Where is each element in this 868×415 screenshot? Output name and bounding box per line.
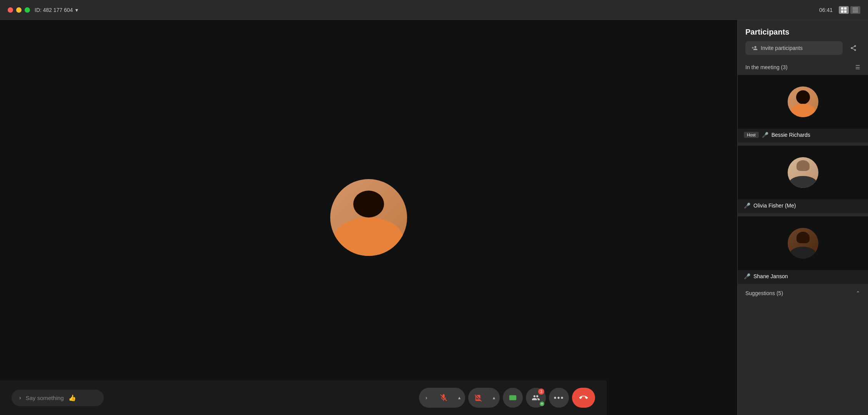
more-options-button[interactable]: ••• [549, 388, 569, 408]
in-meeting-section-header: In the meeting (3) ☰ [738, 61, 868, 73]
participant-info-shane: 🎤 Shane Janson [738, 270, 868, 279]
svg-rect-5 [853, 10, 858, 10]
main-participant-avatar [330, 179, 407, 256]
titlebar-right: 06:41 [819, 6, 860, 14]
participants-count-badge: 3 [538, 388, 544, 395]
share-invite-button[interactable] [846, 41, 860, 55]
svg-rect-4 [853, 8, 858, 8]
meeting-id: ID: 482 177 604 ▾ [35, 7, 78, 13]
host-badge: Host [744, 132, 759, 138]
participant-card: Host 🎤 Bessie Richards [738, 75, 868, 143]
avatar-bessie [788, 86, 818, 117]
participant-name-shane: Shane Janson [753, 273, 788, 279]
minimize-button[interactable] [16, 7, 22, 13]
bottom-bar: › Say something 👍 › [0, 380, 607, 415]
grid-view-button[interactable] [839, 6, 849, 14]
share-screen-button[interactable] [503, 388, 523, 408]
mic-expand-icon: › [426, 395, 427, 401]
list-view-icon[interactable]: ☰ [855, 64, 860, 70]
avatar-shane [788, 228, 818, 259]
maximize-button[interactable] [25, 7, 30, 13]
invite-participants-button[interactable]: Invite participants [745, 41, 843, 55]
add-participant-icon: + [540, 402, 544, 406]
in-meeting-label: In the meeting (3) [745, 64, 788, 70]
list-view-button[interactable] [850, 6, 860, 14]
participant-name-olivia: Olivia Fisher (Me) [753, 203, 796, 209]
titlebar: ID: 482 177 604 ▾ 06:41 [0, 0, 868, 20]
participant-info-bessie: Host 🎤 Bessie Richards [738, 129, 868, 138]
participant-name-bessie: Bessie Richards [772, 132, 810, 138]
end-call-button[interactable] [572, 388, 595, 408]
video-area: › Say something 👍 › [0, 20, 737, 415]
thumbs-up-icon[interactable]: 👍 [68, 394, 76, 402]
participant-video-bessie [738, 75, 868, 129]
main-content: › Say something 👍 › [0, 20, 868, 415]
mic-control-group: › ▲ [419, 388, 465, 408]
mute-icon-olivia: 🎤 [744, 203, 750, 209]
main-video-container [330, 179, 407, 256]
camera-caret-button[interactable]: ▲ [488, 388, 500, 408]
mute-icon-shane: 🎤 [744, 273, 750, 279]
participant-card: 🎤 Olivia Fisher (Me) [738, 146, 868, 213]
panel-header: Participants [738, 20, 868, 41]
meeting-id-text: ID: 482 177 604 [35, 7, 73, 13]
svg-rect-3 [844, 10, 846, 13]
invite-label: Invite participants [761, 45, 803, 51]
mic-caret-button[interactable]: ▲ [454, 388, 465, 408]
panel-title: Participants [745, 28, 789, 37]
meeting-id-dropdown-icon[interactable]: ▾ [75, 7, 78, 13]
svg-rect-2 [841, 10, 843, 13]
titlebar-left: ID: 482 177 604 ▾ [8, 7, 78, 13]
suggestions-label: Suggestions (5) [745, 290, 783, 296]
invite-row: Invite participants [738, 41, 868, 61]
view-controls [839, 6, 860, 14]
svg-rect-1 [844, 7, 846, 10]
camera-caret-icon: ▲ [492, 395, 496, 400]
participant-info-olivia: 🎤 Olivia Fisher (Me) [738, 199, 868, 209]
mic-expand-button[interactable]: › [419, 388, 434, 408]
mic-caret-icon: ▲ [457, 395, 462, 400]
camera-control-group: ▲ [468, 388, 500, 408]
traffic-lights [8, 7, 30, 13]
chat-expand-icon[interactable]: › [19, 395, 21, 401]
chat-placeholder[interactable]: Say something [26, 395, 64, 401]
participant-video-olivia [738, 146, 868, 199]
avatar-olivia [788, 157, 818, 188]
suggestions-collapse-button[interactable]: ⌃ [856, 290, 860, 296]
time-display: 06:41 [819, 7, 833, 13]
close-button[interactable] [8, 7, 13, 13]
suggestions-section-header: Suggestions (5) ⌃ [738, 286, 868, 301]
chat-input-area[interactable]: › Say something 👍 [12, 390, 104, 406]
camera-off-button[interactable] [468, 388, 488, 408]
mute-icon-bessie: 🎤 [762, 132, 768, 138]
participant-card: 🎤 Shane Janson [738, 216, 868, 284]
participants-button[interactable]: 3 + [526, 388, 546, 408]
more-options-label: ••• [554, 393, 564, 402]
svg-rect-0 [841, 7, 843, 10]
mic-mute-button[interactable] [434, 388, 454, 408]
participants-panel: Participants Invite participants In the … [737, 20, 868, 415]
controls-center: › ▲ [419, 388, 595, 408]
participant-video-shane [738, 216, 868, 270]
svg-rect-6 [853, 12, 858, 12]
